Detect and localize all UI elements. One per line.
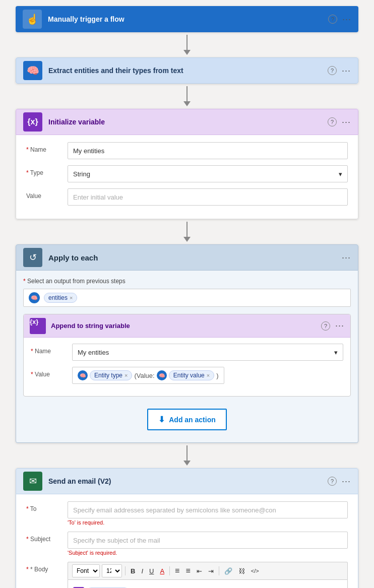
entity-type-close[interactable]: ×: [124, 372, 128, 378]
entity-value-icon-inner: 🧠: [159, 373, 165, 378]
append-name-select[interactable]: My entities ▾: [72, 344, 343, 361]
code-block-button[interactable]: </>: [249, 567, 261, 575]
toolbar-sep-3: [219, 566, 219, 575]
init-variable-more-icon[interactable]: ···: [342, 117, 351, 127]
append-value-label: Value: [31, 367, 66, 378]
increase-indent-button[interactable]: ⇥: [206, 566, 216, 576]
entity-value-label: Entity value: [173, 372, 205, 379]
trigger-help-icon[interactable]: ?: [328, 15, 337, 24]
apply-each-more-icon[interactable]: ···: [342, 252, 351, 263]
select-output-label: * Select an output from previous steps: [23, 278, 351, 285]
add-action-icon: ⬇: [158, 415, 165, 424]
append-help-icon[interactable]: ?: [321, 321, 330, 331]
append-string-header: {x} Append to string variable ? ···: [24, 314, 350, 338]
apply-each-icon: ↺: [29, 252, 37, 263]
unlink-button[interactable]: ⛓: [236, 566, 247, 576]
apply-each-body: * Select an output from previous steps 🧠…: [16, 271, 358, 443]
append-name-value: My entities: [78, 349, 109, 356]
value-input[interactable]: [68, 188, 348, 206]
entities-token[interactable]: entities ×: [44, 293, 77, 303]
underline-button[interactable]: U: [147, 566, 156, 576]
arrow-line-4: [186, 445, 188, 461]
entity-value-close[interactable]: ×: [207, 372, 210, 378]
email-help-icon[interactable]: ?: [328, 477, 337, 486]
to-field-row: To 'To' is required.: [26, 501, 348, 526]
append-string-actions: ? ···: [321, 320, 344, 331]
add-action-label: Add an action: [169, 416, 216, 424]
extract-card: 🧠 Extract entities and their types from …: [16, 57, 358, 84]
to-input[interactable]: [68, 501, 348, 518]
body-field-row: * Body Font 12 B I U A: [26, 562, 348, 588]
trigger-header: ☝ Manually trigger a flow ? ···: [16, 6, 358, 32]
bullets-button[interactable]: ≡: [173, 565, 181, 576]
append-icon: {x}: [30, 318, 38, 325]
name-input[interactable]: [68, 142, 348, 159]
email-title: Send an email (V2): [48, 477, 328, 485]
body-editor[interactable]: {x} My entities ×: [68, 580, 348, 588]
subject-error: 'Subject' is required.: [68, 550, 348, 556]
subject-input[interactable]: [68, 532, 348, 549]
init-variable-help-icon[interactable]: ?: [328, 117, 337, 126]
init-variable-icon: {x}: [27, 117, 38, 126]
email-card-body: To 'To' is required. Subject 'Subject' i…: [16, 494, 358, 588]
init-variable-icon-box: {x}: [23, 112, 42, 132]
init-variable-actions: ? ···: [328, 117, 351, 127]
trigger-icon-box: ☝: [23, 10, 42, 29]
entity-value-token[interactable]: Entity value ×: [169, 370, 214, 380]
email-actions: ? ···: [328, 476, 351, 487]
entities-token-close[interactable]: ×: [70, 295, 73, 301]
append-name-label: Name: [31, 344, 66, 355]
append-more-icon[interactable]: ···: [335, 320, 344, 331]
extract-more-icon[interactable]: ···: [342, 66, 351, 76]
italic-button[interactable]: I: [139, 566, 145, 576]
trigger-actions: ? ···: [328, 14, 351, 25]
append-icon-box: {x}: [30, 318, 46, 334]
extract-header: 🧠 Extract entities and their types from …: [16, 57, 358, 84]
entity-type-label: Entity type: [94, 372, 122, 379]
arrow-4: [183, 443, 191, 468]
arrow-head-4: [183, 461, 191, 466]
trigger-more-icon[interactable]: ···: [342, 14, 351, 25]
email-more-icon[interactable]: ···: [342, 476, 351, 487]
entity-type-token[interactable]: Entity type ×: [90, 370, 132, 380]
decrease-indent-button[interactable]: ⇤: [195, 566, 204, 576]
type-label: Type: [26, 165, 61, 176]
type-select[interactable]: String ▾: [68, 165, 348, 182]
numbered-list-button[interactable]: ≡: [183, 565, 192, 576]
font-color-button[interactable]: A: [158, 566, 166, 576]
entity-type-icon: 🧠: [78, 370, 88, 380]
email-card: ✉ Send an email (V2) ? ··· To 'To' is re…: [16, 468, 358, 588]
arrow-line-1: [186, 35, 188, 50]
body-label: * Body: [26, 562, 61, 573]
extract-help-icon[interactable]: ?: [328, 66, 337, 75]
fontsize-select[interactable]: 12: [102, 564, 122, 577]
trigger-title: Manually trigger a flow: [48, 15, 328, 23]
to-field-wrapper: 'To' is required.: [68, 501, 348, 526]
font-select[interactable]: Font: [72, 564, 100, 577]
append-value-field[interactable]: 🧠 Entity type × (Value: 🧠 Enti: [72, 367, 224, 384]
bold-button[interactable]: B: [129, 566, 137, 576]
body-field-wrapper: Font 12 B I U A ≡ ≡: [68, 562, 348, 588]
apply-each-header: ↺ Apply to each ···: [16, 244, 358, 271]
name-label: Name: [26, 142, 61, 153]
body-toolbar: Font 12 B I U A ≡ ≡: [68, 562, 348, 580]
link-button[interactable]: 🔗: [222, 566, 234, 576]
arrow-head-3: [183, 237, 191, 242]
subject-field-wrapper: 'Subject' is required.: [68, 532, 348, 556]
dropdown-arrow: ▾: [339, 170, 342, 178]
value-label: Value: [26, 188, 61, 200]
apply-each-icon-box: ↺: [23, 248, 42, 267]
append-name-row: Name My entities ▾: [31, 344, 343, 361]
init-variable-card: {x} Initialize variable ? ··· Name Type …: [16, 109, 358, 219]
toolbar-sep-2: [169, 566, 170, 575]
arrow-3: [183, 219, 191, 244]
apply-each-card: ↺ Apply to each ··· * Select an output f…: [16, 244, 358, 443]
arrow-line-3: [186, 222, 188, 237]
extract-icon: 🧠: [27, 64, 39, 77]
append-value-row: Value 🧠 Entity type × (Value: 🧠: [31, 367, 343, 384]
to-error: 'To' is required.: [68, 519, 348, 526]
arrow-1: [183, 32, 191, 57]
extract-icon-box: 🧠: [23, 61, 42, 80]
add-action-button[interactable]: ⬇ Add an action: [147, 409, 227, 430]
entities-token-box: 🧠 entities ×: [23, 289, 351, 307]
